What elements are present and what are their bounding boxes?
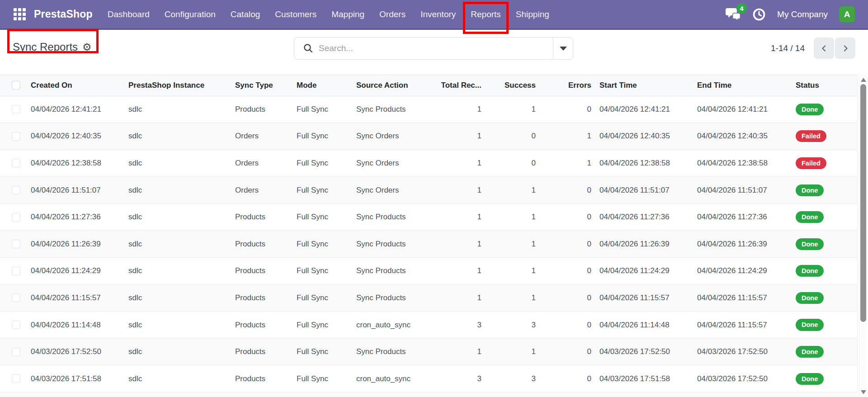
nav-item-reports[interactable]: Reports (471, 0, 501, 28)
cell-created-on[interactable]: 04/04/2026 12:41:21 (25, 96, 127, 123)
cell-mode[interactable]: Full Sync (295, 231, 354, 258)
cell-total-records[interactable]: 1 (434, 96, 484, 123)
cell-end-time[interactable]: 04/04/2026 12:41:21 (693, 96, 790, 123)
col-header-sync-type[interactable]: Sync Type (233, 75, 295, 96)
cell-errors[interactable]: 0 (538, 284, 594, 312)
gear-icon[interactable]: ⚙ (82, 42, 92, 52)
scroll-up-icon[interactable] (861, 78, 866, 82)
cell-instance[interactable]: sdlc (127, 284, 233, 312)
row-checkbox[interactable] (12, 267, 20, 275)
app-brand[interactable]: PrestaShop (34, 8, 93, 20)
cell-source-action[interactable]: Sync Products (354, 338, 434, 365)
cell-start-time[interactable]: 04/04/2026 11:24:29 (594, 258, 693, 285)
cell-created-on[interactable]: 04/04/2026 11:14:48 (25, 312, 127, 339)
cell-end-time[interactable]: 04/04/2026 11:15:57 (693, 312, 790, 339)
cell-created-on[interactable]: 04/04/2026 11:51:07 (25, 177, 127, 204)
cell-total-records[interactable]: 1 (434, 177, 484, 204)
col-header-success[interactable]: Success (484, 75, 538, 96)
cell-success[interactable]: 1 (484, 258, 538, 285)
nav-item-mapping[interactable]: Mapping (331, 0, 364, 28)
messages-button[interactable]: 4 (726, 7, 741, 21)
cell-source-action[interactable]: Sync Products (354, 284, 434, 312)
cell-sync-type[interactable]: Products (233, 96, 295, 123)
nav-item-customers[interactable]: Customers (275, 0, 316, 28)
cell-total-records[interactable]: 1 (434, 258, 484, 285)
cell-sync-type[interactable]: Products (233, 258, 295, 285)
cell-created-on[interactable]: 04/04/2026 12:38:58 (25, 150, 127, 177)
row-checkbox[interactable] (12, 213, 20, 222)
cell-sync-type[interactable]: Products (233, 203, 295, 231)
cell-success[interactable]: 1 (484, 203, 538, 231)
col-header-created-on[interactable]: Created On (25, 75, 127, 96)
cell-success[interactable]: 3 (484, 365, 538, 392)
cell-sync-type[interactable]: Products (233, 365, 295, 392)
cell-source-action[interactable]: Sync Products (354, 231, 434, 258)
cell-total-records[interactable]: 1 (434, 231, 484, 258)
cell-created-on[interactable]: 04/04/2026 11:26:39 (25, 231, 127, 258)
cell-total-records[interactable]: 1 (434, 284, 484, 312)
row-checkbox[interactable] (12, 374, 20, 383)
cell-mode[interactable]: Full Sync (295, 258, 354, 285)
cell-created-on[interactable]: 04/04/2026 12:40:35 (25, 123, 127, 150)
cell-mode[interactable]: Full Sync (295, 177, 354, 204)
cell-sync-type[interactable]: Orders (233, 150, 295, 177)
cell-mode[interactable]: Full Sync (295, 150, 354, 177)
col-header-errors[interactable]: Errors (538, 75, 594, 96)
cell-end-time[interactable]: 04/04/2026 11:15:57 (693, 284, 790, 312)
scrollbar-thumb[interactable] (860, 84, 866, 322)
nav-item-orders[interactable]: Orders (379, 0, 406, 28)
row-checkbox[interactable] (12, 293, 20, 302)
cell-sync-type[interactable]: Orders (233, 123, 295, 150)
table-row[interactable]: 04/04/2026 11:14:48 sdlc Products Full S… (0, 312, 857, 339)
cell-source-action[interactable]: Sync Products (354, 258, 434, 285)
cell-total-records[interactable]: 3 (434, 365, 484, 392)
table-row[interactable]: 04/04/2026 12:40:35 sdlc Orders Full Syn… (0, 123, 857, 150)
search-filters-toggle[interactable] (553, 38, 573, 59)
nav-item-inventory[interactable]: Inventory (420, 0, 456, 28)
cell-errors[interactable]: 1 (538, 123, 594, 150)
cell-errors[interactable]: 0 (538, 258, 594, 285)
table-row[interactable]: 04/04/2026 11:15:57 sdlc Products Full S… (0, 284, 857, 312)
cell-instance[interactable]: sdlc (127, 231, 233, 258)
cell-mode[interactable]: Full Sync (295, 96, 354, 123)
cell-start-time[interactable]: 04/04/2026 11:27:36 (594, 203, 693, 231)
cell-total-records[interactable]: 1 (434, 150, 484, 177)
cell-start-time[interactable]: 04/03/2026 17:52:50 (594, 338, 693, 365)
cell-errors[interactable]: 0 (538, 96, 594, 123)
col-header-end-time[interactable]: End Time (693, 75, 790, 96)
col-header-start-time[interactable]: Start Time (594, 75, 693, 96)
row-checkbox[interactable] (12, 348, 20, 356)
cell-total-records[interactable]: 1 (434, 123, 484, 150)
cell-errors[interactable]: 0 (538, 312, 594, 339)
cell-created-on[interactable]: 04/04/2026 11:24:29 (25, 258, 127, 285)
nav-item-dashboard[interactable]: Dashboard (108, 0, 150, 28)
table-row[interactable]: 04/04/2026 12:38:58 sdlc Orders Full Syn… (0, 150, 857, 177)
cell-source-action[interactable]: cron_auto_sync (354, 312, 434, 339)
cell-total-records[interactable]: 1 (434, 203, 484, 231)
cell-instance[interactable]: sdlc (127, 123, 233, 150)
table-row[interactable]: 04/04/2026 11:24:29 sdlc Products Full S… (0, 258, 857, 285)
row-checkbox[interactable] (12, 240, 20, 248)
cell-end-time[interactable]: 04/04/2026 11:26:39 (693, 231, 790, 258)
nav-item-configuration[interactable]: Configuration (165, 0, 216, 28)
cell-instance[interactable]: sdlc (127, 150, 233, 177)
cell-success[interactable]: 1 (484, 284, 538, 312)
cell-total-records[interactable]: 3 (434, 312, 484, 339)
cell-instance[interactable]: sdlc (127, 177, 233, 204)
cell-mode[interactable]: Full Sync (295, 338, 354, 365)
cell-sync-type[interactable]: Orders (233, 177, 295, 204)
cell-start-time[interactable]: 04/04/2026 11:51:07 (594, 177, 693, 204)
cell-sync-type[interactable]: Products (233, 338, 295, 365)
cell-sync-type[interactable]: Products (233, 231, 295, 258)
cell-success[interactable]: 0 (484, 123, 538, 150)
cell-end-time[interactable]: 04/04/2026 11:24:29 (693, 258, 790, 285)
cell-mode[interactable]: Full Sync (295, 365, 354, 392)
cell-source-action[interactable]: Sync Orders (354, 177, 434, 204)
cell-mode[interactable]: Full Sync (295, 312, 354, 339)
vertical-scrollbar[interactable] (859, 75, 867, 397)
cell-success[interactable]: 0 (484, 150, 538, 177)
table-row[interactable]: 04/04/2026 11:27:36 sdlc Products Full S… (0, 203, 857, 231)
cell-created-on[interactable]: 04/04/2026 11:27:36 (25, 203, 127, 231)
cell-end-time[interactable]: 04/04/2026 11:51:07 (693, 177, 790, 204)
pager-next-button[interactable] (835, 38, 855, 59)
